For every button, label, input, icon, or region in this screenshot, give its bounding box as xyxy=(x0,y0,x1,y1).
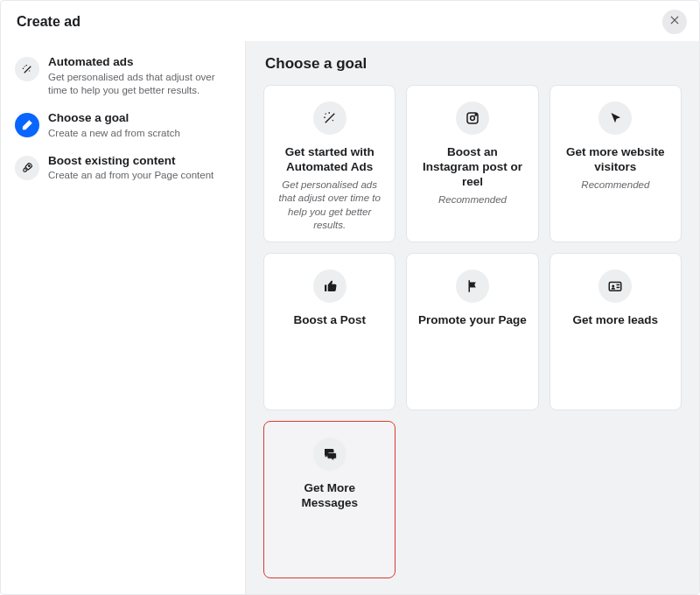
close-button[interactable] xyxy=(662,10,687,34)
sidebar: Automated ads Get personalised ads that … xyxy=(1,41,246,594)
goal-card-get-leads[interactable]: Get more leads xyxy=(550,253,682,410)
goal-title: Promote your Page xyxy=(418,313,527,328)
sidebar-item-automated-ads[interactable]: Automated ads Get personalised ads that … xyxy=(10,50,238,106)
svg-point-5 xyxy=(612,285,615,288)
modal-header: Create ad xyxy=(1,1,699,41)
like-icon xyxy=(313,270,346,303)
goal-card-automated-ads[interactable]: Get started with Automated Ads Get perso… xyxy=(263,85,396,242)
goal-card-instagram[interactable]: Boost an Instagram post or reel Recommen… xyxy=(406,85,538,242)
modal-title: Create ad xyxy=(17,14,80,30)
rocket-icon xyxy=(15,156,39,180)
goal-title: Get more leads xyxy=(573,313,659,328)
wand-icon xyxy=(313,102,346,135)
goal-desc: Recommended xyxy=(438,193,507,207)
goal-title: Boost an Instagram post or reel xyxy=(417,145,527,190)
svg-rect-4 xyxy=(610,283,622,291)
goal-grid: Get started with Automated Ads Get perso… xyxy=(263,85,682,578)
goal-card-website-visitors[interactable]: Get more website visitors Recommended xyxy=(550,85,682,242)
edit-icon xyxy=(15,113,39,137)
sidebar-item-title: Choose a goal xyxy=(48,111,180,126)
sidebar-item-title: Automated ads xyxy=(48,55,233,70)
flag-icon xyxy=(456,270,489,303)
svg-point-0 xyxy=(28,165,30,167)
goal-desc: Recommended xyxy=(581,178,649,192)
goal-card-promote-page[interactable]: Promote your Page xyxy=(406,253,538,410)
instagram-icon xyxy=(456,102,489,135)
svg-point-3 xyxy=(475,115,477,116)
sidebar-item-subtitle: Create a new ad from scratch xyxy=(48,127,180,140)
goal-card-boost-post[interactable]: Boost a Post xyxy=(263,253,396,410)
goal-title: Get More Messages xyxy=(275,481,384,511)
idcard-icon xyxy=(598,270,632,303)
sidebar-item-title: Boost existing content xyxy=(48,154,214,169)
main-panel: Choose a goal Get started with Automated… xyxy=(246,41,699,594)
sidebar-item-choose-goal[interactable]: Choose a goal Create a new ad from scrat… xyxy=(10,106,238,149)
main-heading: Choose a goal xyxy=(265,55,682,73)
goal-desc: Get personalised ads that adjust over ti… xyxy=(275,178,384,233)
sidebar-item-subtitle: Get personalised ads that adjust over ti… xyxy=(48,71,233,97)
goal-card-get-messages[interactable]: Get More Messages xyxy=(263,421,396,578)
goal-title: Get more website visitors xyxy=(561,145,670,175)
chat-icon xyxy=(313,438,346,471)
sidebar-item-boost-existing[interactable]: Boost existing content Create an ad from… xyxy=(10,149,238,192)
close-icon xyxy=(668,14,681,30)
goal-title: Get started with Automated Ads xyxy=(275,145,384,175)
wand-icon xyxy=(15,57,39,81)
cursor-icon xyxy=(598,102,632,135)
sidebar-item-subtitle: Create an ad from your Page content xyxy=(48,169,214,182)
svg-point-2 xyxy=(471,116,475,121)
goal-title: Boost a Post xyxy=(293,313,366,328)
